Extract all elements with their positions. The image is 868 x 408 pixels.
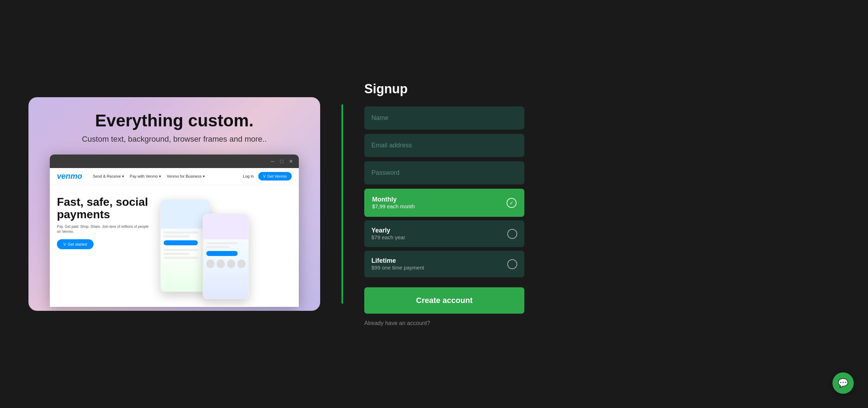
signup-title: Signup [364, 82, 524, 96]
plan-info-lifetime: Lifetime $99 one time payment [371, 257, 424, 271]
phone-line-2 [164, 235, 189, 237]
browser-close-btn[interactable]: ✕ [288, 158, 294, 164]
name-input[interactable] [364, 106, 524, 130]
venmo-v-icon: V [263, 174, 266, 178]
venmo-nav-links: Send & Receive ▾ Pay with Venmo ▾ Venmo … [93, 174, 205, 179]
plan-info-yearly: Yearly $79 each year [371, 227, 405, 241]
phone-line-6 [164, 257, 198, 259]
already-account-text: Already have an account? [364, 320, 524, 326]
phone-inner-content-right [203, 239, 248, 271]
phone-right-line-3 [206, 251, 238, 256]
venmo-get-venmo-btn[interactable]: V Get Venmo [258, 172, 292, 181]
phone-icon-1 [206, 260, 215, 268]
phone-icon-4 [237, 260, 245, 268]
plan-info-monthly: Monthly $7,99 each month [372, 196, 415, 210]
phone-mockup-right [203, 214, 249, 299]
preview-headline: Everything custom. [95, 111, 253, 130]
venmo-hero-body: Pay. Get paid. Shop. Share. Join tens of… [57, 224, 149, 234]
plan-price-monthly: $7,99 each month [372, 203, 415, 209]
plan-check-monthly: ✓ [507, 198, 517, 208]
create-account-button[interactable]: Create account [364, 287, 524, 314]
venmo-get-started-btn[interactable]: V Get started [57, 239, 94, 249]
phone-right-line-1 [206, 242, 238, 244]
browser-titlebar: ─ □ ✕ [50, 155, 299, 168]
venmo-cta-label: Get started [68, 242, 87, 246]
plan-option-lifetime[interactable]: Lifetime $99 one time payment [364, 251, 524, 277]
phone-inner-content-left [161, 229, 209, 263]
venmo-hero-text: Fast, safe, social payments Pay. Get pai… [57, 192, 149, 306]
venmo-phones [149, 192, 292, 306]
plan-check-yearly [507, 229, 517, 239]
preview-panel: Everything custom. Custom text, backgrou… [28, 97, 320, 311]
plan-price-yearly: $79 each year [371, 234, 405, 240]
phone-icon-2 [217, 260, 225, 268]
venmo-cta-icon: V [63, 242, 66, 246]
phone-line-1 [164, 231, 198, 234]
chat-widget[interactable]: 💬 [832, 372, 854, 394]
email-input[interactable] [364, 134, 524, 157]
plan-name-lifetime: Lifetime [371, 257, 424, 265]
plan-price-lifetime: $99 one time payment [371, 265, 424, 271]
phone-line-4 [164, 249, 198, 251]
chat-icon: 💬 [838, 378, 848, 388]
phone-right-line-2 [206, 246, 230, 248]
venmo-nav-link-send[interactable]: Send & Receive ▾ [93, 174, 124, 179]
venmo-nav-link-pay[interactable]: Pay with Venmo ▾ [130, 174, 161, 179]
plan-name-monthly: Monthly [372, 196, 415, 203]
venmo-nav: venmo Send & Receive ▾ Pay with Venmo ▾ … [50, 168, 299, 185]
phone-right-icons [206, 260, 245, 268]
browser-minimize-btn[interactable]: ─ [270, 158, 275, 164]
venmo-hero: Fast, safe, social payments Pay. Get pai… [50, 185, 299, 306]
venmo-nav-right: Log In V Get Venmo [243, 172, 292, 181]
browser-maximize-btn[interactable]: □ [279, 158, 285, 164]
phone-mockup-left [160, 199, 210, 292]
main-container: Everything custom. Custom text, backgrou… [0, 0, 868, 408]
phone-icon-3 [227, 260, 235, 268]
password-input[interactable] [364, 161, 524, 184]
signup-panel: Signup Monthly $7,99 each month ✓ Yearly… [364, 74, 524, 334]
phone-inner-top-right [203, 214, 248, 239]
venmo-logo: venmo [57, 172, 82, 181]
browser-window: ─ □ ✕ venmo Send & Receive ▾ Pay with Ve… [50, 155, 299, 307]
phone-line-3 [164, 240, 198, 245]
preview-subtext: Custom text, background, browser frames … [82, 135, 267, 144]
plan-check-lifetime [507, 259, 517, 269]
vertical-divider [342, 104, 343, 304]
plan-option-yearly[interactable]: Yearly $79 each year [364, 220, 524, 247]
venmo-nav-link-business[interactable]: Venmo for Business ▾ [167, 174, 205, 179]
venmo-login-link[interactable]: Log In [243, 174, 254, 178]
venmo-get-venmo-label: Get Venmo [267, 174, 287, 178]
plan-option-monthly[interactable]: Monthly $7,99 each month ✓ [364, 189, 524, 217]
phone-line-5 [164, 253, 189, 255]
plan-name-yearly: Yearly [371, 227, 405, 234]
phone-inner-top-left [161, 200, 209, 229]
browser-content: venmo Send & Receive ▾ Pay with Venmo ▾ … [50, 168, 299, 307]
venmo-hero-title: Fast, safe, social payments [57, 196, 149, 221]
